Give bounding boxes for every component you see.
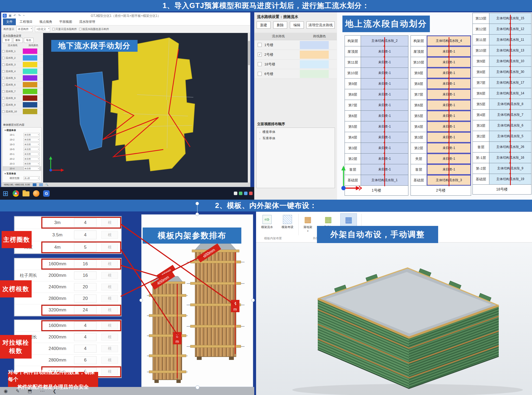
flow-color-row[interactable]: 流水段_4 [1,68,43,75]
checkbox-icon[interactable] [2,77,5,79]
color-checkbox[interactable]: 按流水段颜色显示构件 [79,27,109,31]
checkbox-icon[interactable] [2,104,5,106]
floor-assign-dropdown[interactable]: 未归类▾ [24,152,40,156]
checkbox-icon[interactable] [2,57,5,59]
tool-2[interactable]: ▦落地架▾ [300,213,316,236]
model-3d-viewport[interactable] [256,243,532,395]
floor-assign-dropdown[interactable]: 未归类▾ [24,133,40,137]
color-swatch[interactable] [23,75,37,81]
right-resize-handle[interactable] [251,299,255,302]
dropdown-caret-icon[interactable]: ▾ [307,230,309,232]
color-swatch[interactable] [23,95,37,101]
param-count-input[interactable]: 16 [74,271,97,280]
flow-color-row[interactable]: 流水段_8 [1,95,43,102]
floor-assign-dropdown[interactable]: 未归类▾ [24,162,40,166]
flow-route-button-2[interactable]: 编辑 [290,21,304,29]
filter-checkbox[interactable]: 只显示流水段构件 [52,27,77,31]
route-row[interactable]: 1号楼 [254,40,337,50]
menu-tab-0[interactable]: 文件 [3,18,16,25]
sidebar-button-2[interactable]: 取色 [24,38,34,43]
checkbox-icon[interactable] [2,64,5,66]
floor-assign-row[interactable]: 19-5未归类▾ [3,147,41,152]
floor-assign-row[interactable]: 19-2未归类▾ [3,137,41,142]
flow-route-button-1[interactable]: 删除 [273,21,287,29]
tool-0[interactable]: ⇨模架流水 [259,213,275,236]
color-swatch[interactable] [23,109,37,114]
checkbox-icon[interactable] [2,110,5,113]
menu-tab-3[interactable]: 平面视图 [56,18,75,25]
floor-assign-dropdown[interactable]: 未归类▾ [24,147,40,151]
record-icon[interactable]: ◉ [4,389,8,393]
param-count-input[interactable]: 4 [74,322,97,330]
flow-color-row[interactable]: 流水段_3 [1,61,43,68]
floor-assign-row[interactable]: 19-1未归类▾ [3,132,41,137]
floor-assign-dropdown[interactable]: 未归类▾ [24,143,40,146]
param-count-input[interactable]: 4 [74,218,97,227]
checkbox-icon[interactable] [258,72,262,76]
zoom-icon[interactable]: 🔍 [46,183,49,186]
flow-color-row[interactable]: 流水段_5 [1,75,43,81]
files-icon[interactable] [23,190,29,197]
checkbox-icon[interactable] [2,50,5,53]
rotate-handle[interactable] [195,202,199,205]
draw-dropdown[interactable]: +自定义 [35,27,50,32]
tray-red-icon[interactable] [249,192,253,195]
range-dropdown[interactable]: 共1层▾ [24,176,40,180]
tool-1[interactable]: 模架布设 [279,213,296,236]
floor-assign-row[interactable]: 20-4未归类▾ [3,166,41,171]
menu-tab-2[interactable]: 视点视角 [36,18,56,25]
formwork-slide-panel[interactable]: 模板内架参数排布 [141,214,253,387]
floor-assign-dropdown[interactable]: 未归类▾ [24,167,40,170]
checkbox-icon[interactable] [2,90,5,93]
floor-assign-row[interactable]: 20-2未归类▾ [3,156,41,161]
menu-tab-4[interactable]: 流水段管理 [76,18,98,25]
param-count-input[interactable]: 6 [74,356,97,364]
checkbox-icon[interactable] [258,43,262,47]
checkbox-icon[interactable] [258,62,262,66]
model-canvas[interactable]: 地下流水段手动划分 [43,33,250,182]
route-row[interactable]: 6号楼 [254,69,337,79]
param-count-input[interactable]: 24 [74,306,97,314]
floor-assign-row[interactable]: 20-3未归类▾ [3,161,41,166]
left-resize-handle[interactable] [139,299,143,302]
route-row[interactable]: ✓2号楼 [254,50,337,59]
glodon-icon[interactable]: G [43,190,50,197]
color-swatch[interactable] [23,49,37,54]
checkbox-icon[interactable] [2,84,5,86]
floor-assign-row[interactable]: 20-1未归类▾ [3,152,41,156]
color-swatch[interactable] [23,82,37,87]
top-resize-handle[interactable] [195,213,199,216]
flow-color-row[interactable]: 流水段_10 [1,108,43,115]
sidebar-button-0[interactable]: 管理 [2,38,12,43]
firefox-icon[interactable] [33,190,40,197]
flow-route-button-0[interactable]: 新建 [257,21,271,29]
param-count-input[interactable]: 4 [74,230,97,239]
route-color-swatch[interactable] [300,70,329,78]
menu-tab-1[interactable]: 工程项目 [16,18,36,25]
color-swatch[interactable] [23,55,37,61]
tray-blue-icon[interactable] [244,192,247,195]
param-count-input[interactable]: 4 [74,345,97,353]
checkbox-icon[interactable] [2,97,5,99]
flow-color-row[interactable]: 流水段_9 [1,102,43,108]
color-swatch[interactable] [23,89,37,94]
route-color-swatch[interactable] [300,41,329,49]
flow-route-button-3[interactable]: 清理空流水路线 [306,21,335,29]
checkbox-icon[interactable] [2,70,5,73]
param-count-input[interactable]: 5 [74,243,97,252]
floor-assign-dropdown[interactable]: 未归类▾ [24,157,40,161]
display-dropdown[interactable]: 本层构件 [16,27,33,32]
route-color-swatch[interactable] [300,51,329,59]
color-swatch[interactable] [23,62,37,67]
flow-color-row[interactable]: 流水段_6 [1,81,43,88]
elevation-item-0[interactable]: ›楼座单体 [257,128,335,134]
canvas-scrollbar[interactable] [248,33,250,182]
param-count-input[interactable]: 4 [74,333,97,341]
checkbox-icon[interactable]: ✓ [258,53,262,57]
tray-green-icon[interactable] [239,192,242,195]
route-color-swatch[interactable] [300,60,329,68]
view-mode-icon[interactable] [33,183,36,186]
sidebar-button-1[interactable]: 删除 [13,38,23,43]
garage-range-row[interactable]: 楼层范围共1层▾ [3,176,41,181]
windows-icon[interactable]: ⊞ [2,190,9,197]
